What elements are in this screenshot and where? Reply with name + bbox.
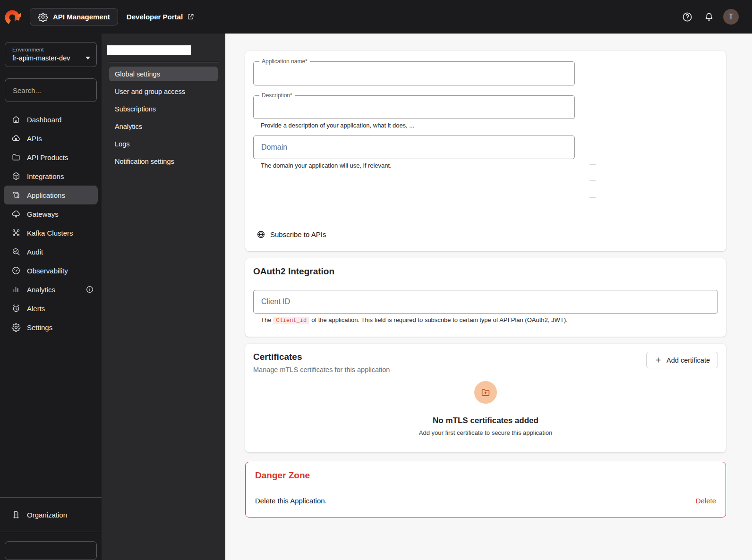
sidebar-nav: Dashboard APIs API Products: [0, 110, 102, 337]
description-input[interactable]: [254, 96, 574, 119]
submenu-item-label: Subscriptions: [115, 105, 156, 113]
sidebar-item-alerts[interactable]: Alerts: [4, 299, 98, 318]
redacted-row-dash: [590, 197, 596, 198]
client-id-field[interactable]: [253, 290, 718, 314]
topbar-actions: T: [680, 9, 752, 25]
sidebar-item-api-products[interactable]: API Products: [4, 148, 98, 167]
sidebar-item-observability[interactable]: Observability: [4, 261, 98, 280]
sidebar-item-kafka-clusters[interactable]: Kafka Clusters: [4, 223, 98, 242]
client-id-input[interactable]: [254, 290, 718, 313]
sidebar-item-label: API Products: [27, 153, 68, 161]
bar-chart-icon: [11, 285, 21, 294]
environment-selector[interactable]: Environment fr-apim-master-dev: [5, 42, 97, 67]
submenu-item-logs[interactable]: Logs: [109, 136, 218, 151]
danger-zone-card: Danger Zone Delete this Application. Del…: [245, 462, 726, 518]
add-certificate-label: Add certificate: [667, 356, 710, 364]
developer-portal-label: Developer Portal: [127, 13, 183, 21]
submenu-item-analytics[interactable]: Analytics: [109, 119, 218, 134]
folder-plus-icon: [480, 387, 491, 398]
application-name-input[interactable]: [254, 62, 574, 85]
submenu-item-label: Global settings: [115, 70, 160, 78]
submenu-item-label: Logs: [115, 140, 129, 148]
kafka-cluster-icon: [11, 228, 21, 238]
danger-zone-title: Danger Zone: [255, 470, 716, 481]
api-management-button[interactable]: API Management: [30, 8, 118, 25]
redacted-row-dash: [590, 164, 596, 165]
sidebar-item-settings[interactable]: Settings: [4, 318, 98, 337]
folder-plus-badge: [474, 381, 497, 404]
general-settings-card: Application name* Description* Provide a…: [245, 51, 726, 251]
gravitee-logo[interactable]: [4, 8, 23, 26]
sidebar-item-label: Analytics: [27, 286, 55, 294]
topbar: API Management Developer Portal T: [0, 0, 752, 34]
submenu-item-user-group-access[interactable]: User and group access: [109, 84, 218, 99]
gauge-icon: [11, 266, 21, 275]
add-certificate-button[interactable]: Add certificate: [646, 352, 718, 368]
certificates-empty-state: No mTLS certificates added Add your firs…: [253, 381, 718, 436]
certificates-subtitle: Manage mTLS certificates for this applic…: [253, 366, 390, 373]
api-management-label: API Management: [53, 13, 110, 21]
submenu-item-subscriptions[interactable]: Subscriptions: [109, 102, 218, 116]
application-name-field[interactable]: Application name*: [253, 61, 575, 85]
certificates-empty-subtitle: Add your first certificate to secure thi…: [419, 429, 553, 436]
notifications-button[interactable]: [701, 9, 717, 25]
folder-icon: [11, 153, 21, 162]
audit-search-icon: [11, 247, 21, 256]
sidebar-search[interactable]: [5, 78, 97, 102]
sidebar-item-gateways[interactable]: Gateways: [4, 204, 98, 223]
delete-application-button[interactable]: Delete: [696, 497, 716, 505]
submenu-item-notification-settings[interactable]: Notification settings: [109, 154, 218, 169]
client-id-hint-text: The: [261, 316, 271, 323]
sidebar-item-analytics[interactable]: Analytics: [4, 280, 98, 299]
avatar-initial: T: [729, 13, 734, 21]
sidebar-item-label: Gateways: [27, 210, 59, 218]
client-id-code-chip: Client_id: [273, 317, 309, 324]
plus-icon: [654, 356, 662, 364]
sidebar-item-integrations[interactable]: Integrations: [4, 167, 98, 186]
primary-sidebar: Environment fr-apim-master-dev Dashboard: [0, 34, 102, 560]
submenu-item-label: Notification settings: [115, 158, 174, 165]
certificates-empty-title: No mTLS certificates added: [433, 416, 538, 425]
sidebar-item-label: APIs: [27, 135, 42, 143]
description-field[interactable]: Description*: [253, 95, 575, 119]
danger-zone-text: Delete this Application.: [255, 497, 327, 505]
help-icon: [682, 11, 693, 23]
environment-label: Environment: [12, 47, 90, 52]
external-link-icon: [187, 13, 195, 21]
sidebar-item-applications[interactable]: Applications: [4, 186, 98, 204]
submenu-divider: [109, 62, 218, 62]
help-button[interactable]: [680, 9, 695, 25]
redacted-row-dash: [590, 180, 596, 181]
cube-icon: [11, 171, 21, 181]
home-icon: [11, 115, 21, 124]
oauth2-title: OAuth2 Integration: [253, 266, 718, 277]
sidebar-bottom-panel[interactable]: [5, 541, 97, 560]
application-submenu: Global settings User and group access Su…: [102, 34, 225, 560]
cloud-api-icon: [11, 134, 21, 143]
domain-hint: The domain your application will use, if…: [261, 162, 718, 169]
cloud-gateway-icon: [11, 209, 21, 219]
sidebar-item-apis[interactable]: APIs: [4, 129, 98, 148]
sidebar-item-label: Audit: [27, 248, 43, 256]
subscribe-to-apis-button[interactable]: Subscribe to APIs: [256, 230, 326, 239]
sidebar-item-label: Alerts: [27, 305, 45, 313]
sidebar-item-label: Observability: [27, 267, 68, 275]
submenu-item-label: Analytics: [115, 123, 142, 130]
sidebar-divider: [0, 532, 102, 532]
info-icon[interactable]: [85, 285, 94, 294]
submenu-item-global-settings[interactable]: Global settings: [109, 67, 218, 81]
developer-portal-link[interactable]: Developer Portal: [127, 13, 195, 21]
description-label: Description*: [259, 92, 295, 99]
user-avatar[interactable]: T: [723, 9, 739, 25]
sidebar-item-organization[interactable]: Organization: [4, 505, 98, 524]
domain-field[interactable]: [253, 136, 575, 159]
environment-value: fr-apim-master-dev: [12, 54, 70, 62]
sidebar-item-audit[interactable]: Audit: [4, 242, 98, 261]
submenu-list: Global settings User and group access Su…: [109, 67, 218, 171]
sidebar-item-label: Dashboard: [27, 116, 61, 124]
applications-icon: [11, 190, 21, 200]
domain-input[interactable]: [254, 136, 574, 159]
search-input[interactable]: [13, 86, 102, 94]
sidebar-item-dashboard[interactable]: Dashboard: [4, 110, 98, 129]
chevron-down-icon: [85, 57, 90, 59]
